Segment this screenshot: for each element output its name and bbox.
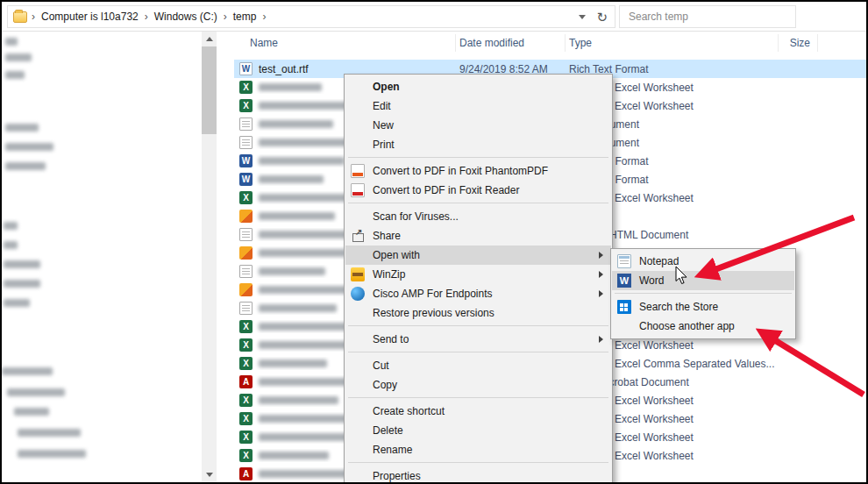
menu-item-label: Create shortcut <box>373 405 445 417</box>
icon-spacer <box>351 99 365 113</box>
open-with-submenu: NotepadWWordSearch the StoreChoose anoth… <box>610 248 796 339</box>
breadcrumb-drive-c[interactable]: Windows (C:) <box>149 11 223 23</box>
text-file-icon <box>239 228 253 241</box>
text-file-icon <box>239 136 253 149</box>
address-bar[interactable]: › Computer is l10a732 › Windows (C:) › t… <box>7 5 615 28</box>
winzip-icon <box>351 267 365 281</box>
menu-item-label: Share <box>373 230 401 242</box>
scrollbar-thumb[interactable] <box>202 46 217 134</box>
excel-file-icon: X <box>239 81 253 94</box>
context-menu-item-create-shortcut[interactable]: Create shortcut <box>345 402 611 421</box>
context-menu-item-copy[interactable]: Copy <box>345 375 611 395</box>
breadcrumb-chevron-icon: › <box>261 11 267 23</box>
nav-item-blurred[interactable] <box>5 124 39 132</box>
column-header-name[interactable]: Name <box>234 34 456 52</box>
breadcrumb-temp[interactable]: temp <box>228 11 262 23</box>
context-menu-item-share[interactable]: Share <box>345 226 611 246</box>
menu-item-label: Delete <box>373 424 403 437</box>
menu-item-label: Convert to PDF in Foxit Reader <box>373 184 519 196</box>
context-menu-item-scan-for-viruses[interactable]: Scan for Viruses... <box>345 207 611 226</box>
word-icon: W <box>617 274 631 288</box>
open-with-item-notepad[interactable]: Notepad <box>612 252 794 271</box>
nav-scrollbar[interactable] <box>202 32 217 482</box>
misc-file-icon <box>239 210 253 223</box>
menu-separator <box>615 293 792 294</box>
icon-spacer <box>351 378 365 392</box>
context-menu-item-delete[interactable]: Delete <box>345 421 611 440</box>
excel-file-icon: X <box>239 191 253 204</box>
menu-item-label: Open <box>373 81 400 93</box>
column-header-date-modified[interactable]: Date modified <box>456 34 566 52</box>
context-menu-item-convert-to-pdf-in-foxit-reader[interactable]: Convert to PDF in Foxit Reader <box>345 181 611 200</box>
explorer-toolbar: › Computer is l10a732 › Windows (C:) › t… <box>2 2 866 32</box>
refresh-icon[interactable]: ↻ <box>596 11 608 24</box>
excel-file-icon: X <box>239 394 253 407</box>
nav-item-blurred[interactable] <box>5 162 46 170</box>
nav-item-blurred[interactable] <box>18 429 81 437</box>
context-menu-item-winzip[interactable]: WinZip <box>345 265 611 284</box>
search-input[interactable] <box>620 11 795 23</box>
context-menu-item-send-to[interactable]: Send to <box>345 330 611 349</box>
file-name-blurred <box>259 359 327 367</box>
menu-item-label: Restore previous versions <box>373 307 494 319</box>
context-menu-item-properties[interactable]: Properties <box>345 466 611 484</box>
cisco-icon <box>351 287 365 301</box>
menu-item-label: Edit <box>373 100 391 112</box>
nav-item-blurred[interactable] <box>14 408 49 416</box>
context-menu: OpenEditNewPrintConvert to PDF in Foxit … <box>344 74 613 484</box>
file-name-blurred <box>259 452 329 459</box>
scroll-down-icon[interactable] <box>202 467 217 482</box>
context-menu-item-cisco-amp-for-endpoints[interactable]: Cisco AMP For Endpoints <box>345 284 611 303</box>
context-menu-item-rename[interactable]: Rename <box>345 440 611 459</box>
menu-item-label: Open with <box>373 249 420 261</box>
breadcrumb-computer[interactable]: Computer is l10a732 <box>36 11 144 23</box>
address-dropdown-icon[interactable] <box>579 15 586 19</box>
nav-item-blurred[interactable] <box>7 388 65 396</box>
store-icon <box>617 300 631 314</box>
text-file-icon <box>239 265 253 278</box>
context-menu-item-restore-previous-versions[interactable]: Restore previous versions <box>345 303 611 323</box>
context-menu-item-print[interactable]: Print <box>345 135 611 154</box>
context-menu-item-edit[interactable]: Edit <box>345 96 611 116</box>
file-name-blurred <box>259 157 345 165</box>
file-name-blurred <box>259 120 333 128</box>
nav-item-blurred[interactable] <box>5 71 25 79</box>
nav-item-blurred[interactable] <box>18 450 86 458</box>
column-header-type[interactable]: Type <box>566 34 779 52</box>
nav-item-blurred[interactable] <box>4 280 40 288</box>
word-file-icon: W <box>239 154 253 167</box>
menu-separator <box>348 203 608 203</box>
column-header-size[interactable]: Size <box>779 34 818 52</box>
menu-item-label: Cut <box>373 359 389 372</box>
open-with-item-search-the-store[interactable]: Search the Store <box>612 297 794 317</box>
menu-item-label: Scan for Viruses... <box>373 210 459 223</box>
nav-item-blurred[interactable] <box>4 241 18 249</box>
menu-item-label: WinZip <box>373 268 405 281</box>
excel-file-icon: X <box>239 320 253 333</box>
nav-item-blurred[interactable] <box>4 260 40 268</box>
nav-item-blurred[interactable] <box>2 367 53 375</box>
misc-file-icon <box>239 283 253 296</box>
open-with-item-choose-another-app[interactable]: Choose another app <box>612 317 794 336</box>
text-file-icon <box>239 117 253 131</box>
open-with-item-word[interactable]: WWord <box>612 271 794 290</box>
context-menu-item-open-with[interactable]: Open with <box>345 246 611 265</box>
icon-spacer <box>351 443 365 457</box>
column-headers: Name Date modified Type Size <box>234 32 866 54</box>
rtf-file-icon: W <box>239 62 253 75</box>
nav-item-blurred[interactable] <box>4 299 30 307</box>
menu-separator <box>348 397 608 398</box>
excel-file-icon: X <box>239 99 253 112</box>
nav-item-blurred[interactable] <box>5 143 53 151</box>
context-menu-item-cut[interactable]: Cut <box>345 356 611 375</box>
context-menu-item-open[interactable]: Open <box>345 77 611 96</box>
nav-item-blurred[interactable] <box>4 222 18 230</box>
nav-item-blurred[interactable] <box>5 38 18 46</box>
menu-item-label: Properties <box>373 470 421 482</box>
scroll-up-icon[interactable] <box>202 32 217 46</box>
context-menu-item-new[interactable]: New <box>345 116 611 135</box>
text-file-icon <box>239 302 253 315</box>
menu-item-label: Rename <box>373 444 412 456</box>
nav-item-blurred[interactable] <box>5 53 32 61</box>
context-menu-item-convert-to-pdf-in-foxit-phantompdf[interactable]: Convert to PDF in Foxit PhantomPDF <box>345 161 611 181</box>
